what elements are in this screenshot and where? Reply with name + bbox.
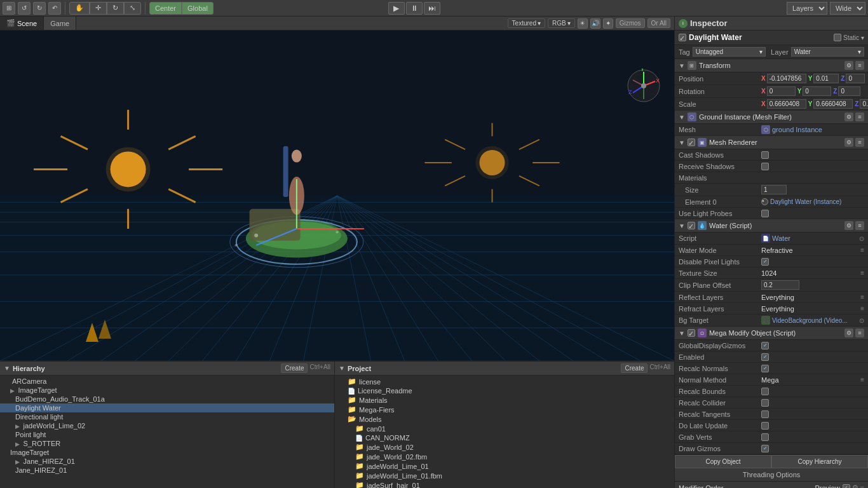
component-mega-header[interactable]: ▼ ✓ Ω Mega Modify Object (Script) ⚙ ≡ — [675, 327, 868, 340]
threading-btn[interactable]: Threading Options — [675, 468, 868, 482]
water-gear[interactable]: ⚙ — [844, 221, 853, 230]
meshrenderer-gear[interactable]: ⚙ — [844, 138, 853, 147]
scale-y-input[interactable] — [813, 99, 853, 109]
step-btn[interactable]: ⏭ — [424, 2, 440, 15]
file-jade-world-02fbm[interactable]: 📁jade_World_02.fbm — [335, 452, 674, 461]
draw-gizmos-cb[interactable] — [761, 445, 769, 452]
meshfilter-gear[interactable]: ⚙ — [844, 112, 853, 121]
water-enabled[interactable]: ✓ — [688, 222, 695, 229]
water-more[interactable]: ≡ — [855, 221, 864, 230]
project-collapse[interactable]: ▼ — [339, 365, 345, 372]
tab-scene[interactable]: 🎬 Scene — [0, 17, 44, 30]
component-meshfilter-header[interactable]: ▼ ⬡ Ground Instance (Mesh Filter) ⚙ ≡ — [675, 111, 868, 124]
object-enabled-checkbox[interactable]: ✓ — [679, 34, 686, 41]
element0-value[interactable]: Daylight Water (Instance) — [770, 198, 841, 205]
scale-tool[interactable]: ⤡ — [124, 2, 141, 15]
component-water-header[interactable]: ▼ ✓ 💧 Water (Script) ⚙ ≡ — [675, 219, 868, 233]
file-can01[interactable]: 📁can01 — [335, 424, 674, 433]
hierarchy-item-jadeworld[interactable]: ▶ jadeWorld_Lime_02 — [0, 421, 334, 430]
receive-shadows-cb[interactable] — [761, 163, 769, 170]
hierarchy-content[interactable]: ARCamera ▶ ImageTarget BudDemo_Audio_Tra… — [0, 376, 334, 488]
hierarchy-item-imagetarget1[interactable]: ▶ ImageTarget — [0, 386, 334, 395]
scene-lighting-icon[interactable]: ☀ — [578, 18, 588, 29]
mega-toggle[interactable]: ▼ — [679, 330, 685, 337]
water-mode-more[interactable]: ≡ — [860, 247, 864, 254]
meshfilter-more[interactable]: ≡ — [855, 112, 864, 121]
hierarchy-create-btn[interactable]: Create — [281, 363, 308, 373]
file-jadesurf-hair[interactable]: 📁jadeSurf_hair_01 — [335, 480, 674, 488]
rot-y-input[interactable] — [803, 86, 831, 96]
do-late-update-cb[interactable] — [761, 422, 769, 430]
viewport-mode-btn[interactable]: Textured ▾ — [508, 18, 545, 28]
file-megafiers[interactable]: 📁Mega-Fiers — [335, 405, 674, 414]
hierarchy-collapse[interactable]: ▼ — [4, 365, 10, 372]
pos-x-input[interactable] — [767, 74, 806, 83]
hierarchy-item-dirlight[interactable]: Directional light — [0, 412, 334, 421]
gizmos-btn[interactable]: Gizmos — [616, 18, 645, 28]
pos-z-input[interactable] — [846, 74, 865, 83]
refract-layers-more[interactable]: ≡ — [860, 305, 864, 312]
meshrenderer-enabled[interactable]: ✓ — [688, 139, 695, 146]
scene-audio-icon[interactable]: 🔊 — [590, 18, 600, 29]
script-value[interactable]: Water — [772, 234, 790, 242]
hierarchy-item-srotter[interactable]: ▶ S_ROTTER — [0, 439, 334, 448]
project-create-btn[interactable]: Create — [621, 363, 648, 373]
file-jade-world-02[interactable]: 📁jade_World_02 — [335, 442, 674, 452]
hierarchy-item-jane1[interactable]: ▶ Jane_HIREZ_01 — [0, 457, 334, 466]
meshrenderer-toggle[interactable]: ▼ — [679, 139, 685, 146]
cast-shadows-cb[interactable] — [761, 151, 769, 159]
or-all-btn[interactable]: Or All — [648, 18, 670, 28]
scale-z-input[interactable] — [860, 99, 868, 109]
hierarchy-item-jane2[interactable]: Jane_HIREZ_01 — [0, 466, 334, 475]
static-dropdown[interactable]: ▾ — [861, 34, 864, 41]
scale-x-input[interactable] — [767, 99, 806, 109]
undo-icon[interactable]: ↶ — [48, 2, 61, 15]
recalc-collider-cb[interactable] — [761, 399, 769, 407]
scene-fx-icon[interactable]: ✦ — [603, 18, 613, 29]
file-can-normz[interactable]: 📄CAN_NORMZ — [335, 433, 674, 442]
preview-settings[interactable]: ⚙ — [852, 484, 858, 488]
rot-x-input[interactable] — [767, 86, 796, 96]
file-jadew-lime01fbm[interactable]: 📁jadeWorld_Lime_01.fbm — [335, 471, 674, 480]
copy-hierarchy-btn[interactable]: Copy Hierarchy — [771, 455, 868, 468]
scene-viewport[interactable]: X Y Z — [0, 30, 674, 361]
move-tool[interactable]: ✛ — [90, 2, 107, 15]
color-mode-btn[interactable]: RGB ▾ — [548, 18, 575, 28]
mega-gear[interactable]: ⚙ — [844, 329, 853, 337]
file-license[interactable]: 📁license — [335, 377, 674, 386]
file-models[interactable]: 📂Models — [335, 414, 674, 424]
inspector-content[interactable]: ✓ Daylight Water Static ▾ Tag Untagged ▾… — [675, 30, 868, 488]
file-materials[interactable]: 📁Materials — [335, 395, 674, 405]
mega-more[interactable]: ≡ — [855, 329, 864, 337]
script-link[interactable]: ⊙ — [859, 235, 864, 242]
texture-size-more[interactable]: ≡ — [860, 269, 864, 276]
recalc-tangents-cb[interactable] — [761, 410, 769, 418]
disable-pixel-lights-cb[interactable] — [761, 258, 769, 266]
transform-gear[interactable]: ⚙ — [844, 61, 853, 70]
component-transform-header[interactable]: ▼ ⊞ Transform ⚙ ≡ — [675, 59, 868, 72]
new-icon[interactable]: ⊞ — [3, 2, 15, 15]
pos-y-input[interactable] — [813, 74, 839, 83]
bg-target-value[interactable]: VideoBackground (Video... — [772, 317, 848, 324]
component-meshrenderer-header[interactable]: ▼ ✓ ▣ Mesh Renderer ⚙ ≡ — [675, 136, 868, 149]
center-btn[interactable]: Center — [149, 2, 182, 15]
hierarchy-item-imagetarget2[interactable]: ImageTarget — [0, 448, 334, 457]
tag-dropdown[interactable]: Untagged ▾ — [693, 47, 766, 57]
grab-verts-cb[interactable] — [761, 433, 769, 441]
reflect-layers-more[interactable]: ≡ — [860, 294, 864, 301]
layers-select[interactable]: Layers — [787, 2, 827, 15]
recalc-normals-cb[interactable] — [761, 365, 769, 372]
global-btn[interactable]: Global — [182, 2, 214, 15]
layer-dropdown[interactable]: Water ▾ — [791, 47, 864, 57]
preview-cb[interactable] — [843, 484, 850, 489]
project-content[interactable]: 📁license 📄License_Readme 📁Materials 📁Meg… — [335, 376, 674, 488]
open-icon[interactable]: ↺ — [18, 2, 31, 15]
play-btn[interactable]: ▶ — [388, 2, 405, 15]
recalc-bounds-cb[interactable] — [761, 388, 769, 395]
bg-target-link[interactable]: ⊙ — [859, 317, 864, 324]
pause-btn[interactable]: ⏸ — [406, 2, 423, 15]
hierarchy-item-arcamera[interactable]: ARCamera — [0, 377, 334, 386]
meshfilter-toggle[interactable]: ▼ — [679, 114, 685, 121]
copy-object-btn[interactable]: Copy Object — [675, 455, 771, 468]
meshrenderer-more[interactable]: ≡ — [855, 138, 864, 147]
